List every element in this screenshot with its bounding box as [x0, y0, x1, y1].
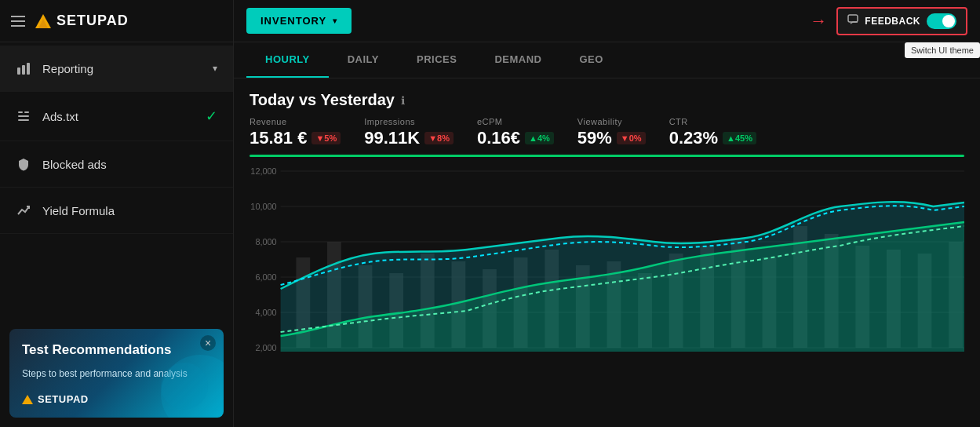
svg-text:12,000: 12,000	[250, 166, 276, 176]
metric-viewability: Viewability 59% ▼0%	[577, 117, 646, 148]
svg-rect-6	[18, 115, 29, 117]
sidebar: SETUPAD Reporting ▾	[0, 0, 234, 427]
metric-value-ecpm: 0.16€	[477, 128, 520, 148]
promo-card: × Test Recommendations Steps to best per…	[9, 329, 224, 418]
hamburger-menu[interactable]	[11, 16, 25, 27]
sidebar-item-ads-txt[interactable]: Ads.txt ✓	[0, 92, 233, 141]
logo: SETUPAD	[35, 13, 129, 30]
metric-badge-ecpm: ▲4%	[525, 132, 554, 144]
metric-value-revenue: 15.81 €	[250, 128, 307, 148]
chevron-down-icon: ▾	[213, 63, 217, 74]
feedback-button[interactable]: FEEDBACK	[836, 7, 967, 35]
svg-rect-7	[18, 119, 29, 121]
metric-impressions: Impressions 99.11K ▼8%	[364, 117, 454, 148]
bar-chart-icon	[16, 61, 31, 75]
svg-text:8,000: 8,000	[255, 237, 276, 246]
metric-badge-ctr: ▲45%	[723, 132, 756, 144]
svg-text:6,000: 6,000	[255, 272, 276, 282]
toggle-knob	[942, 15, 955, 27]
svg-rect-9	[848, 15, 858, 22]
main-content: INVENTORY ▾ → FEEDBACK Switch UI theme	[234, 0, 980, 427]
tab-geo[interactable]: GEO	[560, 42, 621, 78]
chart-area: Today vs Yesterday ℹ Revenue 15.81 € ▼5%…	[234, 78, 980, 427]
check-icon: ✓	[206, 108, 217, 125]
chart-container: 12,000 10,000 8,000 6,000 4,000 2,000	[250, 163, 964, 383]
svg-rect-5	[18, 111, 23, 113]
tab-demand[interactable]: DEMAND	[475, 42, 560, 78]
metric-revenue: Revenue 15.81 € ▼5%	[250, 117, 341, 148]
metric-label-revenue: Revenue	[250, 117, 341, 126]
svg-text:10,000: 10,000	[250, 202, 276, 211]
arrow-icon: →	[810, 11, 827, 31]
feedback-icon	[847, 14, 858, 27]
metric-label-ecpm: eCPM	[477, 117, 554, 126]
tab-prices[interactable]: PRICES	[398, 42, 475, 78]
metric-value-impressions: 99.11K	[364, 128, 420, 148]
metric-value-viewability: 59%	[577, 128, 612, 148]
metric-value-ctr: 0.23%	[669, 128, 718, 148]
topbar-right: → FEEDBACK	[810, 7, 967, 35]
sidebar-header: SETUPAD	[0, 0, 233, 42]
chart-header: Today vs Yesterday ℹ	[250, 91, 964, 109]
metric-label-viewability: Viewability	[577, 117, 646, 126]
svg-rect-2	[17, 68, 20, 75]
metric-badge-revenue: ▼5%	[311, 132, 341, 144]
tab-hourly[interactable]: HOURLY	[246, 42, 329, 78]
svg-text:2,000: 2,000	[255, 343, 276, 352]
sidebar-item-reporting[interactable]: Reporting ▾	[0, 46, 233, 92]
list-icon	[16, 109, 31, 123]
trending-icon	[16, 203, 31, 217]
sidebar-item-label-yield-formula: Yield Formula	[42, 204, 217, 217]
metric-ctr: CTR 0.23% ▲45%	[669, 117, 756, 148]
tabs-bar: HOURLY DAILY PRICES DEMAND GEO	[234, 42, 980, 78]
sidebar-nav: Reporting ▾ Ads.txt ✓ Blo	[0, 42, 233, 319]
inventory-button[interactable]: INVENTORY ▾	[246, 8, 352, 34]
logo-text: SETUPAD	[56, 13, 129, 29]
theme-toggle[interactable]	[927, 13, 956, 29]
svg-rect-8	[24, 111, 29, 113]
promo-title: Test Recommendations	[22, 341, 211, 359]
metrics-divider	[250, 155, 964, 157]
info-icon[interactable]: ℹ	[401, 94, 405, 107]
topbar: INVENTORY ▾ → FEEDBACK Switch UI theme	[234, 0, 980, 42]
chart-svg: 12,000 10,000 8,000 6,000 4,000 2,000	[250, 163, 964, 383]
sidebar-item-yield-formula[interactable]: Yield Formula	[0, 188, 233, 234]
sidebar-item-blocked-ads[interactable]: Blocked ads	[0, 141, 233, 188]
metric-label-ctr: CTR	[669, 117, 756, 126]
metric-badge-viewability: ▼0%	[617, 132, 646, 144]
tab-daily[interactable]: DAILY	[329, 42, 398, 78]
sidebar-item-label-reporting: Reporting	[42, 62, 202, 75]
metric-badge-impressions: ▼8%	[424, 132, 454, 144]
promo-close-button[interactable]: ×	[200, 335, 216, 351]
svg-text:4,000: 4,000	[255, 308, 276, 317]
svg-rect-3	[22, 65, 25, 75]
sidebar-item-label-ads-txt: Ads.txt	[42, 110, 195, 123]
inventory-chevron-icon: ▾	[333, 16, 337, 25]
feedback-label: FEEDBACK	[865, 16, 920, 27]
cyan-area	[281, 202, 964, 352]
chart-title: Today vs Yesterday	[250, 91, 395, 109]
shield-icon	[16, 157, 31, 171]
metric-ecpm: eCPM 0.16€ ▲4%	[477, 117, 554, 148]
svg-rect-4	[27, 63, 30, 75]
metric-label-impressions: Impressions	[364, 117, 454, 126]
metrics-row: Revenue 15.81 € ▼5% Impressions 99.11K ▼…	[250, 117, 964, 148]
promo-logo-text: SETUPAD	[38, 393, 89, 405]
sidebar-item-label-blocked-ads: Blocked ads	[42, 158, 217, 171]
